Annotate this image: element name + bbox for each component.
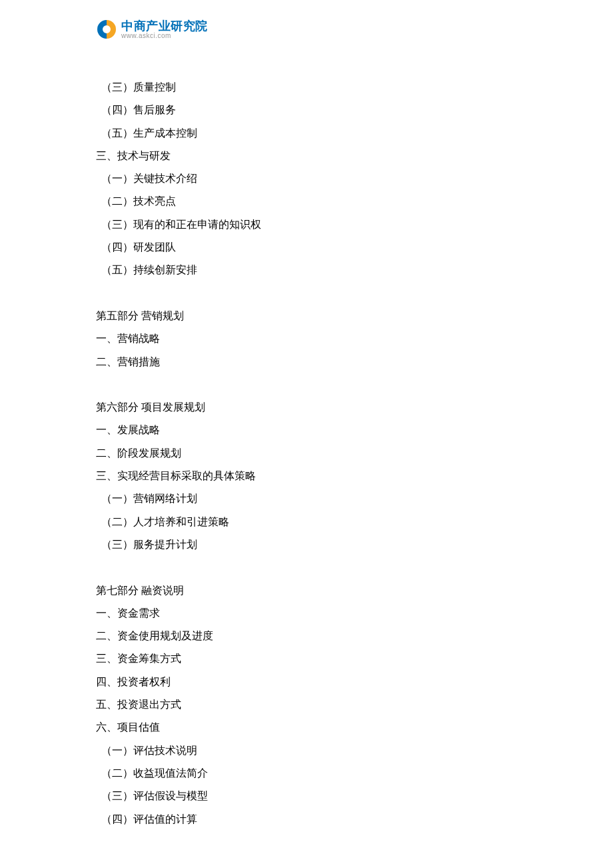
toc-line: （五）生产成本控制 xyxy=(96,122,517,145)
toc-line: （二）收益现值法简介 xyxy=(96,762,517,785)
toc-line: （四）研发团队 xyxy=(96,236,517,259)
toc-line: （四）评估值的计算 xyxy=(96,808,517,831)
toc-line: （一）关键技术介绍 xyxy=(96,167,517,190)
toc-line: 第七部分 融资说明 xyxy=(96,579,517,602)
toc-line: 第六部分 项目发展规划 xyxy=(96,396,517,419)
logo-icon xyxy=(96,19,117,40)
document-content: （三）质量控制（四）售后服务（五）生产成本控制三、技术与研发（一）关键技术介绍（… xyxy=(96,76,517,831)
toc-line: 三、资金筹集方式 xyxy=(96,647,517,670)
toc-line: 一、营销战略 xyxy=(96,327,517,350)
svg-rect-0 xyxy=(104,27,109,32)
toc-line: （三）服务提升计划 xyxy=(96,533,517,556)
toc-line: 三、技术与研发 xyxy=(96,145,517,167)
toc-line: 一、资金需求 xyxy=(96,602,517,625)
toc-line: 三、实现经营目标采取的具体策略 xyxy=(96,465,517,487)
toc-line: （一）评估技术说明 xyxy=(96,739,517,762)
toc-line: （四）售后服务 xyxy=(96,99,517,121)
toc-line: （一）营销网络计划 xyxy=(96,487,517,510)
toc-line: 一、发展战略 xyxy=(96,419,517,441)
toc-line: 二、阶段发展规划 xyxy=(96,442,517,465)
toc-line: （三）质量控制 xyxy=(96,76,517,99)
logo-url-text: www.askci.com xyxy=(121,33,208,39)
toc-line: 第五部分 营销规划 xyxy=(96,305,517,327)
toc-line: （二）人才培养和引进策略 xyxy=(96,511,517,533)
blank-line xyxy=(96,373,517,396)
logo: 中商产业研究院 www.askci.com xyxy=(96,19,208,40)
toc-line: 二、资金使用规划及进度 xyxy=(96,625,517,647)
blank-line xyxy=(96,282,517,305)
logo-text: 中商产业研究院 www.askci.com xyxy=(121,20,208,39)
toc-line: （五）持续创新安排 xyxy=(96,259,517,281)
blank-line xyxy=(96,556,517,579)
toc-line: 四、投资者权利 xyxy=(96,671,517,693)
toc-line: 五、投资退出方式 xyxy=(96,693,517,716)
toc-line: 二、营销措施 xyxy=(96,351,517,373)
toc-line: （二）技术亮点 xyxy=(96,190,517,213)
toc-line: （三）现有的和正在申请的知识权 xyxy=(96,213,517,236)
toc-line: （三）评估假设与模型 xyxy=(96,785,517,807)
logo-chinese-text: 中商产业研究院 xyxy=(121,20,208,32)
toc-line: 六、项目估值 xyxy=(96,716,517,739)
